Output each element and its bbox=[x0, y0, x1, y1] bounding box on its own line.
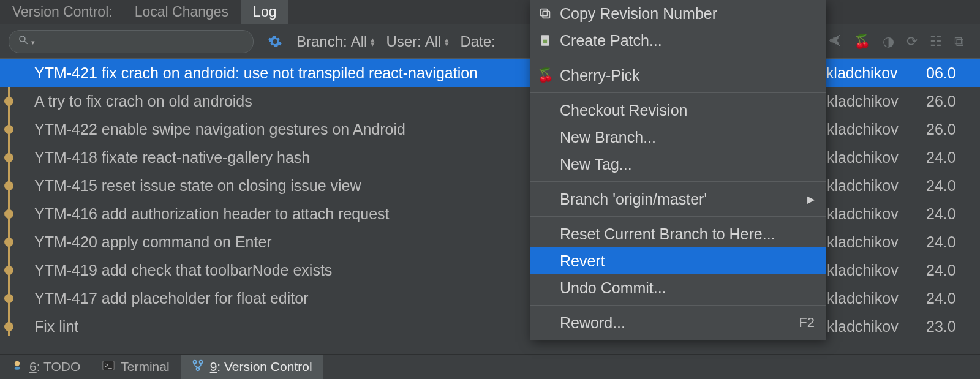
menu-item-label: Copy Revision Number bbox=[560, 5, 717, 23]
commit-message: YTM-417 add placeholder for float editor bbox=[34, 290, 308, 307]
menu-item-label: Checkout Revision bbox=[560, 102, 687, 119]
menu-item-reword[interactable]: Reword...F2 bbox=[530, 309, 826, 336]
todo-icon bbox=[11, 359, 23, 375]
menu-separator bbox=[530, 216, 826, 217]
commit-context-menu: Copy Revision NumberCreate Patch...🍒Cher… bbox=[530, 0, 826, 340]
svg-point-11 bbox=[199, 360, 202, 363]
branch-icon bbox=[192, 359, 204, 375]
goto-hash-icon[interactable]: ☷ bbox=[930, 34, 942, 50]
settings-button[interactable] bbox=[265, 31, 285, 52]
commit-row[interactable]: YTM-416 add authorization header to atta… bbox=[0, 200, 980, 228]
commit-date: 24.0 bbox=[926, 205, 956, 223]
menu-item-new-branch[interactable]: New Branch... bbox=[530, 124, 826, 151]
commit-date: 24.0 bbox=[926, 290, 956, 307]
commit-date: 06.0 bbox=[926, 64, 956, 82]
menu-item-label: Reset Current Branch to Here... bbox=[560, 225, 775, 243]
user-filter[interactable]: User: All ▴▾ bbox=[386, 33, 449, 50]
commit-message: YTM-418 fixate react-native-gallery hash bbox=[34, 149, 310, 167]
tab-local-changes[interactable]: Local Changes bbox=[123, 0, 241, 24]
tool-button-todo[interactable]: 6: TODO bbox=[0, 355, 91, 379]
commit-row[interactable]: YTM-419 add check that toolbarNode exist… bbox=[0, 256, 980, 284]
menu-item-label: Create Patch... bbox=[560, 32, 662, 50]
tool-button-terminal-label: Terminal bbox=[121, 359, 169, 374]
menu-item-branch-origin-master[interactable]: Branch 'origin/master'▶ bbox=[530, 186, 826, 212]
commit-date: 24.0 bbox=[926, 233, 956, 251]
tool-button-terminal[interactable]: >_ Terminal bbox=[91, 355, 180, 379]
commit-message: YTM-416 add authorization header to atta… bbox=[34, 205, 390, 223]
date-filter-label: Date: bbox=[460, 33, 495, 50]
tab-log[interactable]: Log bbox=[241, 0, 288, 24]
search-input[interactable]: ▾ bbox=[9, 30, 254, 53]
svg-rect-7 bbox=[15, 366, 20, 369]
commit-row[interactable]: YTM-417 add placeholder for float editor… bbox=[0, 284, 980, 312]
commit-row[interactable]: A try to fix crach on old androidskladch… bbox=[0, 87, 980, 115]
menu-item-revert[interactable]: Revert bbox=[530, 247, 826, 274]
menu-separator bbox=[530, 305, 826, 306]
menu-item-label: Branch 'origin/master' bbox=[560, 190, 707, 208]
menu-item-label: New Tag... bbox=[560, 156, 632, 173]
menu-item-cherry-pick[interactable]: 🍒Cherry-Pick bbox=[530, 62, 826, 89]
intellisort-icon[interactable]: ⧉ bbox=[954, 34, 964, 50]
svg-rect-2 bbox=[543, 11, 549, 18]
refresh-icon[interactable]: ⟳ bbox=[907, 34, 918, 50]
svg-point-6 bbox=[15, 361, 20, 366]
highlight-icon[interactable]: ◑ bbox=[883, 34, 894, 50]
tool-button-todo-label: 6: TODO bbox=[29, 359, 80, 374]
user-filter-value: All bbox=[425, 33, 442, 50]
chevron-right-icon: ▶ bbox=[807, 193, 815, 205]
commit-row[interactable]: YTM-421 fix crach on android: use not tr… bbox=[0, 59, 980, 87]
commit-message: YTM-421 fix crach on android: use not tr… bbox=[34, 64, 478, 82]
log-filter-bar: ▾ Branch: All ▴▾ User: All ▴▾ Date: ⮜ 🍒 … bbox=[0, 24, 980, 59]
menu-item-label: New Branch... bbox=[560, 129, 656, 146]
svg-point-10 bbox=[193, 360, 196, 363]
svg-line-1 bbox=[24, 41, 28, 44]
svg-point-0 bbox=[20, 36, 25, 42]
commit-message: YTM-422 enable swipe navigation gestures… bbox=[34, 121, 405, 138]
commit-row[interactable]: YTM-420 apply command on Enterkladchikov… bbox=[0, 228, 980, 256]
branch-filter-label: Branch: bbox=[296, 33, 347, 50]
collapse-icon[interactable]: ⮜ bbox=[828, 34, 842, 50]
menu-separator bbox=[530, 58, 826, 58]
commit-message: A try to fix crach on old androids bbox=[34, 92, 252, 110]
menu-item-copy-revision-number[interactable]: Copy Revision Number bbox=[530, 0, 826, 27]
commit-message: Fix lint bbox=[34, 318, 78, 336]
branch-filter-value: All bbox=[351, 33, 368, 50]
vc-tool-window-tabs: Version Control: Local Changes Log bbox=[0, 0, 980, 24]
commit-row[interactable]: YTM-415 reset issue state on closing iss… bbox=[0, 171, 980, 200]
menu-item-reset-current-branch-to-here[interactable]: Reset Current Branch to Here... bbox=[530, 220, 826, 247]
menu-item-create-patch[interactable]: Create Patch... bbox=[530, 27, 826, 54]
commit-date: 26.0 bbox=[926, 92, 956, 110]
cherry-pick-icon[interactable]: 🍒 bbox=[854, 34, 870, 50]
commit-date: 26.0 bbox=[926, 121, 956, 138]
user-filter-label: User: bbox=[386, 33, 421, 50]
commit-row[interactable]: YTM-418 fixate react-native-gallery hash… bbox=[0, 143, 980, 171]
menu-item-checkout-revision[interactable]: Checkout Revision bbox=[530, 97, 826, 124]
log-toolbar-actions: ⮜ 🍒 ◑ ⟳ ☷ ⧉ bbox=[828, 34, 971, 50]
tool-button-version-control[interactable]: 9: Version Control bbox=[181, 355, 323, 379]
branch-filter[interactable]: Branch: All ▴▾ bbox=[296, 33, 375, 50]
commit-log: YTM-421 fix crach on android: use not tr… bbox=[0, 59, 980, 354]
commit-date: 24.0 bbox=[926, 149, 956, 167]
commit-message: YTM-419 add check that toolbarNode exist… bbox=[34, 261, 332, 279]
commit-row[interactable]: YTM-422 enable swipe navigation gestures… bbox=[0, 115, 980, 143]
commit-date: 23.0 bbox=[926, 318, 956, 336]
terminal-icon: >_ bbox=[102, 360, 115, 374]
menu-item-label: Undo Commit... bbox=[560, 279, 666, 297]
menu-item-label: Cherry-Pick bbox=[560, 67, 640, 84]
menu-item-undo-commit[interactable]: Undo Commit... bbox=[530, 274, 826, 301]
commit-date: 24.0 bbox=[926, 177, 956, 195]
gear-icon bbox=[268, 34, 282, 49]
date-filter[interactable]: Date: bbox=[460, 33, 495, 50]
svg-rect-5 bbox=[543, 39, 547, 43]
svg-point-12 bbox=[196, 367, 199, 370]
status-tool-buttons: 6: TODO >_ Terminal 9: Version Control bbox=[0, 354, 980, 379]
commit-message: YTM-415 reset issue state on closing iss… bbox=[34, 177, 361, 195]
svg-rect-3 bbox=[541, 9, 548, 16]
commit-message: YTM-420 apply command on Enter bbox=[34, 233, 272, 251]
search-icon bbox=[18, 34, 29, 48]
menu-item-new-tag[interactable]: New Tag... bbox=[530, 151, 826, 178]
cherry-icon: 🍒 bbox=[537, 67, 554, 83]
menu-item-label: Reword... bbox=[560, 314, 625, 332]
commit-row[interactable]: Fix lintkladchikov23.0 bbox=[0, 312, 980, 340]
menu-separator bbox=[530, 92, 826, 93]
